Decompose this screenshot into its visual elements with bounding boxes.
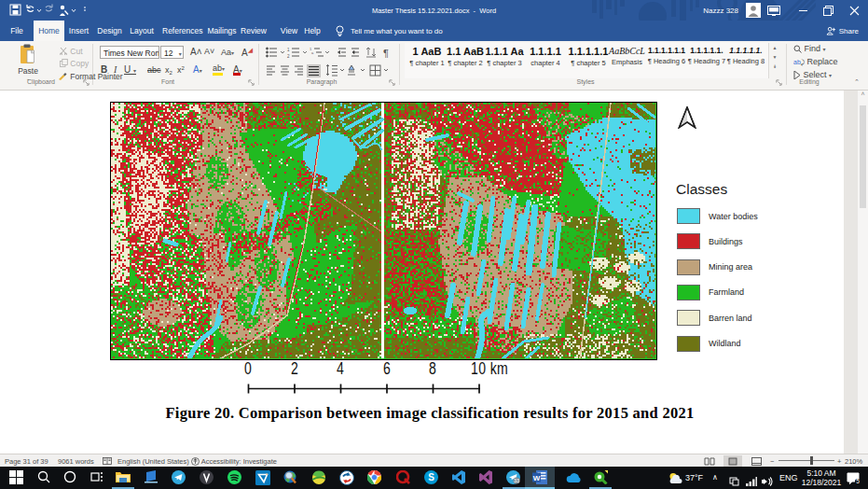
svg-text:a: a [311,50,314,55]
svg-text:W: W [533,474,541,482]
svg-text:2: 2 [287,54,290,59]
svg-text:¶: ¶ [383,48,389,58]
svg-text:33: 33 [514,478,519,483]
svg-text:5: 5 [856,478,860,484]
svg-text:S: S [428,472,434,482]
svg-text:1: 1 [287,48,290,52]
